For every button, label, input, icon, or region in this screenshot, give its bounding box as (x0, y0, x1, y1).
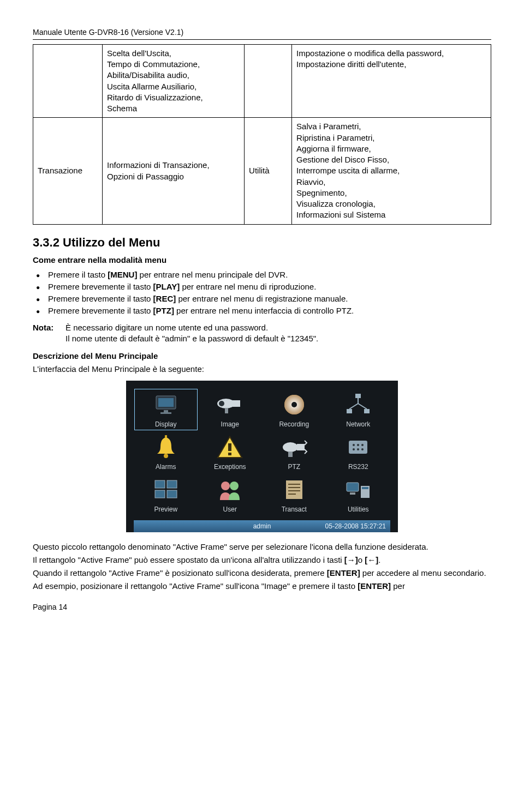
para-active-frame-3: Quando il rettangolo "Active Frame" è po… (33, 568, 491, 579)
dvr-status-bar: admin 05-28-2008 15:27:21 (134, 520, 390, 532)
svg-rect-19 (297, 444, 305, 450)
user-icon (215, 477, 245, 503)
svg-rect-13 (364, 409, 370, 413)
menu-item-label: RS232 (329, 462, 389, 471)
menu-item-rs232[interactable]: RS232 (326, 431, 391, 473)
warning-icon (215, 434, 245, 460)
menu-item-alarms[interactable]: Alarms (134, 431, 198, 473)
menu-item-label: PTZ (264, 462, 324, 471)
menu-item-label: User (200, 505, 260, 514)
camera-icon (215, 392, 245, 418)
ptz-icon (279, 434, 309, 460)
cell-r1c2: Scelta dell'Uscita, Tempo di Commutazion… (103, 44, 245, 118)
svg-rect-31 (167, 490, 177, 498)
menu-item-network[interactable]: Network (326, 388, 391, 431)
bullet-item: Premere il tasto [MENU] per entrare nel … (48, 269, 491, 280)
menu-item-preview[interactable]: Preview (134, 473, 198, 516)
menu-item-label: Recording (264, 420, 324, 429)
bullet-item: Premere brevemente il tasto [REC] per en… (48, 293, 491, 304)
disc-icon (279, 392, 309, 418)
menu-item-display[interactable]: Display (134, 388, 198, 431)
bell-icon (151, 434, 181, 460)
svg-point-6 (219, 401, 224, 406)
svg-point-22 (353, 444, 355, 446)
transact-icon (279, 477, 309, 503)
cell-r2c3: Utilità (245, 118, 292, 224)
svg-rect-28 (155, 480, 165, 488)
svg-rect-37 (288, 490, 300, 491)
menu-item-label: Exceptions (200, 462, 260, 471)
menu-item-label: Transact (264, 505, 324, 514)
status-user: admin (221, 522, 303, 531)
menu-item-transact[interactable]: Transact (262, 473, 326, 516)
port-icon (343, 434, 373, 460)
svg-rect-29 (167, 480, 177, 488)
document-header: Manuale Utente G-DVR8-16 (Versione V2.1) (33, 27, 491, 40)
svg-rect-17 (228, 453, 231, 455)
svg-rect-7 (225, 408, 228, 413)
menu-item-label: Network (329, 420, 389, 429)
svg-rect-40 (350, 492, 355, 495)
para-active-frame-2: Il rettangolo "Active Frame" può essere … (33, 555, 491, 566)
network-icon (343, 392, 373, 418)
svg-point-26 (357, 448, 359, 450)
subheading-main-menu: Descrizione del Menu Principale (33, 351, 491, 362)
svg-point-14 (164, 454, 168, 458)
svg-rect-15 (165, 435, 167, 438)
para-active-frame-4: Ad esempio, posizionare il rettangolo "A… (33, 581, 491, 592)
menu-item-image[interactable]: Image (198, 388, 263, 431)
dvr-main-menu-screenshot: DisplayImageRecordingNetworkAlarmsExcept… (126, 381, 398, 533)
svg-rect-20 (288, 452, 293, 457)
note-row: Nota: È necessario digitare un nome uten… (33, 322, 491, 345)
preview-icon (151, 477, 181, 503)
feature-table: Scelta dell'Uscita, Tempo di Commutazion… (33, 44, 491, 225)
bullet-item: Premere brevemente il tasto [PTZ] per en… (48, 305, 491, 316)
utilities-icon (343, 477, 373, 503)
cell-r1c4: Impostazione o modifica della password, … (292, 44, 491, 118)
svg-rect-2 (164, 410, 168, 412)
svg-rect-30 (155, 490, 165, 498)
svg-point-33 (230, 482, 239, 490)
svg-rect-21 (349, 441, 367, 454)
monitor-icon (151, 392, 181, 418)
menu-item-label: Preview (136, 505, 196, 514)
svg-point-23 (357, 444, 359, 446)
menu-item-label: Alarms (136, 462, 196, 471)
svg-point-10 (291, 402, 297, 407)
note-body: È necessario digitare un nome utente ed … (66, 322, 491, 345)
menu-item-ptz[interactable]: PTZ (262, 431, 326, 473)
para-active-frame-1: Questo piccolo rettangolo denominato "Ac… (33, 542, 491, 552)
menu-item-recording[interactable]: Recording (262, 388, 326, 431)
cell-r1c3 (245, 44, 292, 118)
note-label: Nota: (33, 322, 66, 345)
section-heading: 3.3.2 Utilizzo del Menu (33, 234, 491, 251)
svg-point-27 (361, 448, 364, 450)
svg-rect-34 (286, 480, 302, 499)
svg-rect-42 (362, 487, 368, 489)
svg-point-32 (221, 482, 230, 490)
svg-point-18 (283, 442, 298, 452)
menu-item-utilities[interactable]: Utilities (326, 473, 391, 516)
menu-item-label: Utilities (329, 505, 389, 514)
cell-r1c1 (33, 44, 103, 118)
svg-rect-16 (228, 443, 231, 451)
status-datetime: 05-28-2008 15:27:21 (303, 522, 386, 531)
svg-rect-36 (288, 487, 300, 488)
bullet-item: Premere brevemente il tasto [PLAY] per e… (48, 281, 491, 292)
svg-rect-5 (233, 400, 240, 407)
menu-item-exceptions[interactable]: Exceptions (198, 431, 263, 473)
subheading-enter-menu: Come entrare nella modalità menu (33, 255, 491, 266)
page-number: Pagina 14 (33, 602, 491, 612)
cell-r2c2: Informazioni di Transazione, Opzioni di … (103, 118, 245, 224)
menu-item-label: Image (200, 420, 260, 429)
menu-item-user[interactable]: User (198, 473, 263, 516)
svg-rect-38 (288, 494, 296, 495)
svg-rect-39 (347, 483, 359, 491)
svg-rect-1 (158, 398, 174, 407)
svg-rect-35 (288, 484, 300, 485)
menu-item-label: Display (136, 420, 196, 429)
bullet-list: Premere il tasto [MENU] per entrare nel … (33, 269, 491, 317)
svg-point-25 (353, 448, 355, 450)
intro-main-menu: L'interfaccia del Menu Principale è la s… (33, 364, 491, 375)
cell-r2c4: Salva i Parametri, Ripristina i Parametr… (292, 118, 491, 224)
